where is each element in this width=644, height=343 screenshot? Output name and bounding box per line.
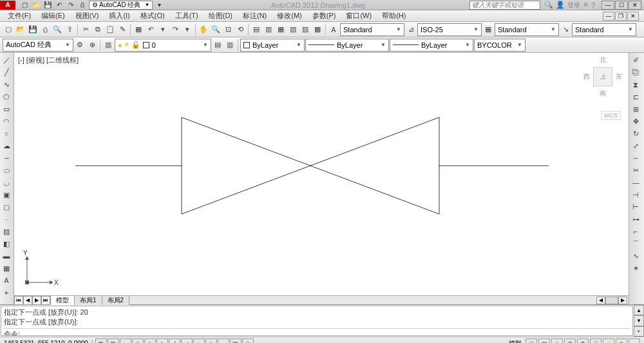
grid-toggle-icon[interactable]: ▩	[108, 338, 119, 344]
markup-icon[interactable]: ▨	[299, 23, 311, 36]
annovisibility-icon[interactable]: 👁	[564, 338, 576, 344]
polar-toggle-icon[interactable]: ✳	[132, 338, 144, 344]
offset-icon[interactable]: ⊏	[630, 91, 641, 103]
revcloud-icon[interactable]: ☁	[1, 140, 12, 152]
menu-edit[interactable]: 编辑(E)	[36, 10, 70, 22]
app-logo-icon[interactable]: A	[0, 1, 15, 10]
toolbar-lock-icon[interactable]: 🔒	[590, 338, 601, 344]
mirror-icon[interactable]: ⧗	[630, 79, 641, 90]
scroll-right-icon[interactable]: ▶	[618, 297, 627, 304]
erase-icon[interactable]: ✐	[630, 54, 641, 66]
insert-block-icon[interactable]: ▣	[1, 189, 12, 201]
qp-toggle-icon[interactable]: ▤	[230, 338, 242, 344]
open-icon[interactable]: 📁	[31, 1, 41, 10]
hardware-accel-icon[interactable]: ⚡	[603, 338, 614, 344]
workspace-switch-icon[interactable]: ⚙	[577, 338, 589, 344]
sheet-set-icon[interactable]: ▧	[287, 23, 299, 36]
cut-icon[interactable]: ✂	[80, 23, 91, 36]
tab-layout1[interactable]: 布局1	[75, 296, 102, 305]
match-properties-icon[interactable]: ✎	[117, 23, 128, 36]
lineweight-combo[interactable]: ByLayer▼	[390, 39, 473, 52]
mtext-icon[interactable]: A	[1, 275, 12, 286]
print-icon[interactable]: ⎙	[77, 1, 88, 10]
scroll-grip-icon[interactable]: ▪	[634, 326, 644, 337]
redo-icon[interactable]: ↷	[66, 1, 76, 10]
addselected-icon[interactable]: +	[1, 287, 12, 299]
join-icon[interactable]: ⊶	[630, 213, 641, 225]
region-icon[interactable]: ▬	[1, 250, 12, 262]
exchange-icon[interactable]: ✕	[583, 1, 589, 9]
coordinates-readout[interactable]: 1463.5321, 655.1210, 0.0000	[0, 340, 93, 343]
plot-icon[interactable]: ⎙	[39, 23, 51, 36]
copy-icon[interactable]: ⧉	[92, 23, 104, 36]
layer-manager-icon[interactable]: ▥	[102, 39, 114, 52]
layer-combo[interactable]: ● ☀ 🔓 0 ▼	[115, 39, 211, 52]
isolate-objects-icon[interactable]: ◉	[616, 338, 627, 344]
command-history[interactable]: 指定下一点或 [放弃(U)]: 20 指定下一点或 [放弃(U)]: 命令:	[1, 306, 633, 336]
tab-layout2[interactable]: 布局2	[102, 296, 130, 305]
menu-window[interactable]: 窗口(W)	[341, 10, 377, 22]
spline-icon[interactable]: ∼	[1, 152, 12, 164]
login-label[interactable]: 登录	[567, 1, 580, 10]
menu-format[interactable]: 格式(O)	[135, 10, 170, 22]
scroll-up-icon[interactable]: ▲	[634, 305, 644, 315]
mleaderstyle-icon[interactable]: ↘	[560, 23, 571, 36]
close-button[interactable]: ✕	[629, 1, 641, 10]
doc-minimize-button[interactable]: —	[603, 12, 614, 21]
xline-icon[interactable]: ╱	[1, 66, 12, 78]
properties-icon[interactable]: ▤	[251, 23, 262, 36]
maximize-button[interactable]: ☐	[615, 1, 628, 10]
table-icon[interactable]: ▦	[1, 262, 12, 274]
undo-icon[interactable]: ↶	[54, 1, 64, 10]
gradient-icon[interactable]: ◧	[1, 238, 12, 250]
point-icon[interactable]: ·	[1, 213, 12, 225]
move-icon[interactable]: ✥	[630, 115, 641, 127]
doc-restore-button[interactable]: ❐	[615, 12, 627, 21]
stretch-icon[interactable]: ↔	[630, 152, 641, 164]
blend-icon[interactable]: ∿	[630, 250, 641, 262]
save-drawing-icon[interactable]: 💾	[27, 23, 39, 36]
sc-toggle-icon[interactable]: ◎	[242, 338, 254, 344]
model-space-label[interactable]: 模型	[506, 339, 524, 344]
line-icon[interactable]: ／	[1, 54, 12, 66]
table-style-combo[interactable]: Standard▼	[495, 23, 559, 36]
ellipse-arc-icon[interactable]: ◡	[1, 177, 12, 188]
paste-icon[interactable]: 📋	[104, 23, 116, 36]
undo-button-icon[interactable]: ↶	[145, 23, 156, 36]
osnap-toggle-icon[interactable]: ◇	[144, 338, 156, 344]
scroll-left-icon[interactable]: ◀	[596, 297, 605, 304]
doc-close-button[interactable]: ✕	[627, 12, 639, 21]
tab-last-icon[interactable]: ⏭	[41, 296, 50, 305]
rectangle-icon[interactable]: ▭	[1, 103, 12, 115]
3dosnap-toggle-icon[interactable]: ◈	[156, 338, 168, 344]
ortho-toggle-icon[interactable]: ∟	[120, 338, 131, 344]
search-icon[interactable]: 🔍	[544, 1, 553, 9]
publish-icon[interactable]: ⇪	[64, 23, 75, 36]
quickcalc-icon[interactable]: ▩	[312, 23, 323, 36]
new-drawing-icon[interactable]: ▢	[3, 23, 14, 36]
plot-preview-icon[interactable]: 🔍	[52, 23, 63, 36]
pan-icon[interactable]: ✋	[198, 23, 209, 36]
dim-style-combo[interactable]: ISO-25▼	[417, 23, 482, 36]
polygon-icon[interactable]: ⬠	[1, 91, 12, 103]
zoom-window-icon[interactable]: ⊡	[222, 23, 234, 36]
menu-view[interactable]: 视图(V)	[70, 10, 104, 22]
scroll-down-icon[interactable]: ▼	[634, 315, 644, 326]
snap-toggle-icon[interactable]: ▦	[95, 338, 107, 344]
zoom-previous-icon[interactable]: ⟲	[234, 23, 246, 36]
help-icon[interactable]: ?	[591, 1, 595, 9]
minimize-button[interactable]: —	[601, 1, 614, 10]
explode-icon[interactable]: ✶	[630, 262, 641, 274]
horizontal-scrollbar[interactable]: ◀ ▶	[129, 297, 629, 304]
arc-icon[interactable]: ◠	[1, 115, 12, 127]
break-at-point-icon[interactable]: ⊣	[630, 189, 641, 201]
redo-button-icon[interactable]: ↷	[169, 23, 181, 36]
tab-next-icon[interactable]: ▶	[32, 296, 41, 305]
tab-prev-icon[interactable]: ◀	[23, 296, 32, 305]
qat-dropdown-icon[interactable]: ▾	[154, 1, 164, 10]
tab-first-icon[interactable]: ⏮	[14, 296, 23, 305]
array-icon[interactable]: ⊞	[630, 103, 641, 115]
menu-draw[interactable]: 绘图(D)	[204, 10, 238, 22]
color-combo[interactable]: ByLayer▼	[240, 39, 305, 52]
quickview-layouts-icon[interactable]: ▢	[526, 338, 537, 344]
